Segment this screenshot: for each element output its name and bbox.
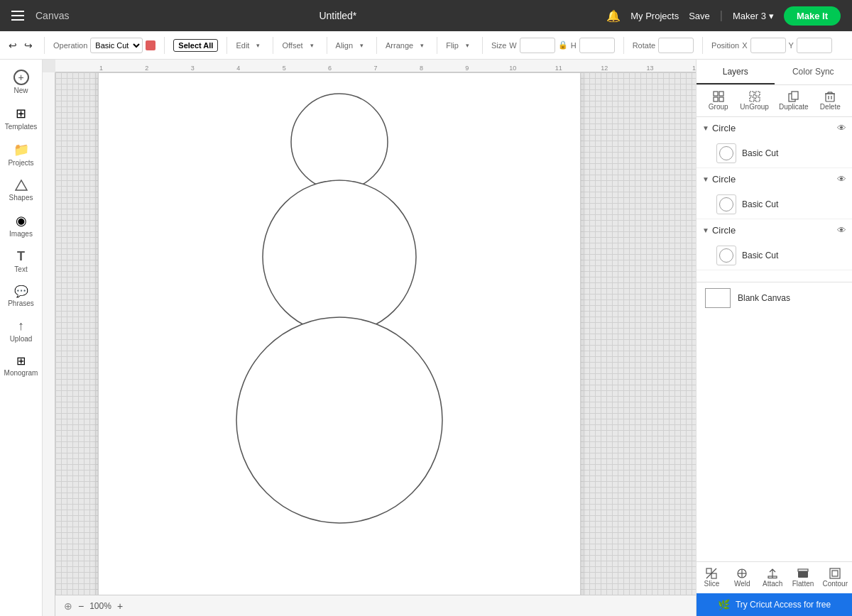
sidebar-item-phrases[interactable]: 💬 Phrases [3,280,40,312]
layer-group-1-header[interactable]: ▼ Circle 👁 [697,117,852,139]
height-input[interactable] [579,38,615,53]
visibility-icon-2[interactable]: 👁 [837,174,846,185]
group-label: Group [709,103,728,111]
new-label: New [13,87,28,94]
operation-select[interactable]: Basic Cut [90,38,143,53]
blank-canvas-thumb [705,288,731,308]
contour-action[interactable]: Contour [818,565,852,590]
layer-item-1[interactable]: Basic Cut [697,139,852,167]
width-label: W [509,41,516,50]
svg-point-1 [291,94,388,190]
layer-group-2-header[interactable]: ▼ Circle 👁 [697,168,852,190]
canvas-content[interactable] [55,72,696,595]
svg-rect-7 [719,97,723,101]
blank-canvas-label: Blank Canvas [738,293,790,303]
svg-rect-8 [750,92,754,96]
new-icon: + [13,70,29,85]
cricut-access-bar[interactable]: 🌿 Try Cricut Access for free [697,593,852,616]
canvas-area[interactable]: 1234567891011121314 [43,60,696,616]
svg-rect-22 [711,573,716,578]
align-dropdown[interactable]: ▾ [356,40,368,51]
select-all-button[interactable]: Select All [173,39,218,52]
projects-label: Projects [8,159,33,167]
visibility-icon-1[interactable]: 👁 [837,123,846,133]
attach-icon [767,568,778,579]
notification-bell[interactable]: 🔔 [606,9,621,23]
tab-layers[interactable]: Layers [697,60,775,84]
sidebar-item-templates[interactable]: ⊞ Templates [3,101,40,135]
panel-right: Layers Color Sync Group UnGroup Duplicat… [696,60,852,616]
layer-group-2-name: Circle [712,174,834,185]
shapes-label: Shapes [9,194,33,202]
duplicate-action[interactable]: Duplicate [775,88,813,114]
save-button[interactable]: Save [689,11,710,21]
edit-label: Edit [236,41,249,50]
flip-dropdown[interactable]: ▾ [462,40,474,51]
my-projects-link[interactable]: My Projects [630,11,679,21]
arrange-dropdown[interactable]: ▾ [416,40,428,51]
width-input[interactable] [520,38,555,53]
chevron-down-icon-3: ▼ [702,226,709,234]
topbar: Canvas Untitled* 🔔 My Projects Save | Ma… [0,0,852,31]
layer-group-3-name: Circle [712,225,834,236]
sidebar-item-projects[interactable]: 📁 Projects [3,138,40,171]
machine-selector[interactable]: Maker 3 ▾ [733,11,774,21]
offset-dropdown[interactable]: ▾ [306,40,318,51]
slice-action[interactable]: Slice [697,565,727,590]
snowman-drawing [98,72,581,595]
sidebar-item-upload[interactable]: ↑ Upload [3,314,40,347]
align-group: Align ▾ [336,40,368,51]
contour-icon [829,568,841,579]
sidebar-item-new[interactable]: + New [3,65,40,99]
group-action[interactable]: Group [702,88,734,114]
svg-rect-5 [719,92,723,96]
shapes-icon [14,178,28,192]
svg-point-3 [236,317,442,523]
separator-5 [327,37,327,54]
layer-thumb-3 [716,246,736,265]
edit-color-swatch[interactable] [146,40,155,50]
make-it-button[interactable]: Make It [784,6,841,26]
sidebar-item-text[interactable]: T Text [3,245,40,277]
slice-label: Slice [704,580,720,588]
svg-rect-29 [798,569,808,571]
operation-group: Operation Basic Cut [53,38,155,53]
edit-dropdown[interactable]: ▾ [252,40,264,51]
attach-label: Attach [763,580,782,588]
tab-color-sync[interactable]: Color Sync [775,60,853,84]
svg-rect-28 [798,571,808,578]
visibility-icon-3[interactable]: 👁 [837,225,846,236]
layer-item-2[interactable]: Basic Cut [697,190,852,219]
zoom-out-button[interactable]: − [78,600,84,612]
main-area: + New ⊞ Templates 📁 Projects Shapes ◉ Im… [0,60,852,616]
x-input[interactable] [750,38,786,53]
sidebar-item-monogram[interactable]: ⊞ Monogram [3,350,40,381]
sidebar-item-images[interactable]: ◉ Images [3,209,40,242]
delete-action[interactable]: Delete [814,88,846,114]
flip-group: Flip ▾ [446,40,474,51]
panel-tabs: Layers Color Sync [697,60,852,85]
layer-item-1-name: Basic Cut [742,148,778,158]
ungroup-action[interactable]: UnGroup [736,88,773,114]
cricut-access-icon: 🌿 [718,599,730,610]
layers-toolbar: Group UnGroup Duplicate Delete [697,85,852,117]
panel-bottom-actions: Slice Weld Attach [697,561,852,593]
blank-canvas-item[interactable]: Blank Canvas [697,282,852,314]
weld-action[interactable]: Weld [727,565,758,590]
zoom-in-button[interactable]: + [117,600,123,612]
layer-group-3-header[interactable]: ▼ Circle 👁 [697,219,852,241]
height-label: H [571,41,577,50]
sidebar-item-shapes[interactable]: Shapes [3,174,40,206]
redo-button[interactable]: ↪ [21,38,36,53]
y-input[interactable] [797,38,832,53]
attach-action[interactable]: Attach [758,565,788,590]
separator-1 [44,37,45,54]
undo-button[interactable]: ↩ [6,38,20,53]
hamburger-menu[interactable] [11,11,24,21]
layer-item-3[interactable]: Basic Cut [697,241,852,270]
svg-rect-10 [750,97,754,101]
images-label: Images [9,230,33,238]
flatten-action[interactable]: Flatten [788,565,819,590]
flatten-label: Flatten [792,580,814,588]
rotate-input[interactable] [658,38,694,53]
